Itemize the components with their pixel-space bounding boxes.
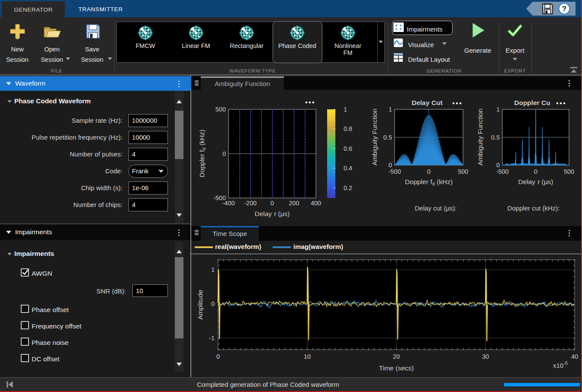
svg-text:1: 1 [211, 266, 215, 273]
svg-text:0: 0 [534, 168, 537, 175]
svg-text:Amplitude: Amplitude [196, 290, 204, 320]
svg-text:200: 200 [289, 200, 299, 207]
svg-text:Delay cut (μs):: Delay cut (μs): [415, 204, 457, 212]
svg-text:0: 0 [427, 168, 431, 175]
svg-text:-500: -500 [388, 168, 401, 175]
svg-text:x10-5: x10-5 [553, 360, 568, 369]
svg-text:Doppler cut (kHz):: Doppler cut (kHz): [508, 204, 560, 212]
svg-text:-500: -500 [496, 168, 508, 175]
svg-text:Doppler fd (kHz): Doppler fd (kHz) [198, 130, 206, 177]
svg-text:Doppler fd (kHz): Doppler fd (kHz) [405, 178, 453, 186]
svg-text:0: 0 [496, 162, 500, 169]
svg-text:0.8: 0.8 [344, 125, 352, 132]
svg-text:400: 400 [311, 200, 321, 207]
svg-text:1: 1 [496, 106, 500, 113]
svg-text:-1: -1 [209, 335, 215, 341]
svg-text:0: 0 [222, 150, 226, 157]
svg-text:1: 1 [389, 106, 392, 113]
svg-text:40: 40 [571, 353, 578, 360]
svg-text:0.5: 0.5 [383, 134, 392, 141]
svg-text:0.6: 0.6 [344, 145, 352, 152]
svg-text:500: 500 [458, 168, 468, 175]
svg-text:Delay Cut: Delay Cut [412, 99, 443, 106]
svg-text:0.5: 0.5 [491, 134, 500, 141]
svg-text:Ambiguity Function: Ambiguity Function [476, 108, 484, 166]
svg-text:500: 500 [215, 106, 226, 113]
svg-text:Doppler Cu: Doppler Cu [514, 99, 550, 106]
svg-text:0: 0 [211, 300, 215, 307]
svg-text:0: 0 [270, 200, 274, 207]
svg-text:Delay τ (μs): Delay τ (μs) [518, 178, 553, 185]
svg-text:20: 20 [393, 353, 400, 360]
svg-text:30: 30 [482, 353, 489, 360]
svg-text:0: 0 [389, 162, 392, 169]
svg-text:10: 10 [304, 353, 311, 360]
svg-text:Ambiguity Function: Ambiguity Function [371, 108, 378, 166]
svg-text:0.2: 0.2 [344, 185, 352, 191]
svg-text:0: 0 [216, 353, 220, 360]
svg-text:-400: -400 [222, 200, 235, 207]
svg-text:?: ? [562, 5, 566, 13]
svg-text:1: 1 [344, 106, 347, 113]
svg-text:Time (secs): Time (secs) [379, 364, 414, 372]
svg-text:0.4: 0.4 [344, 165, 352, 172]
svg-text:Delay τ (μs): Delay τ (μs) [254, 210, 289, 217]
svg-text:-200: -200 [244, 200, 257, 207]
svg-text:500: 500 [564, 168, 574, 175]
